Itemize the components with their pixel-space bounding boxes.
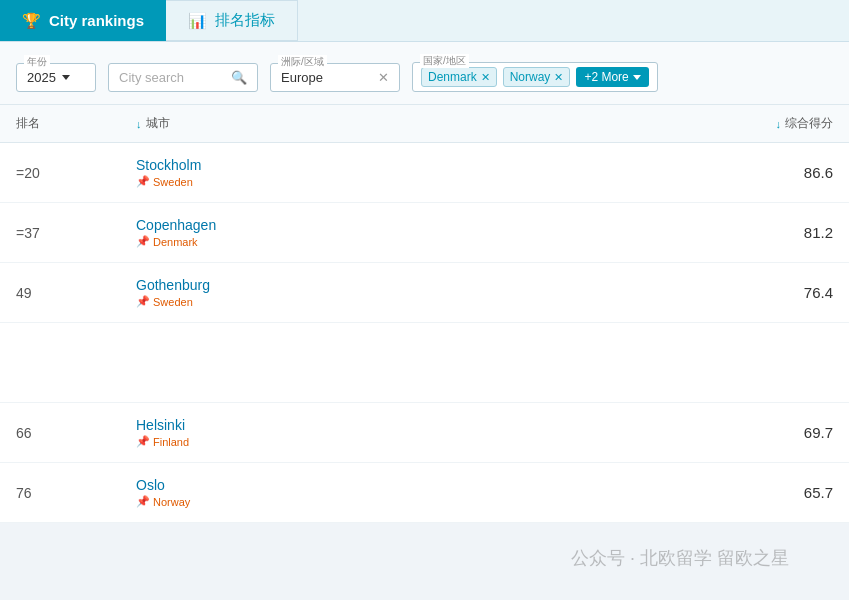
tab-ranking-metrics[interactable]: 📊 排名指标 (166, 0, 298, 41)
trophy-icon: 🏆 (22, 12, 41, 30)
table-row: 66 Helsinki 📌 Finland 69.7 (0, 403, 849, 463)
score-cell-copenhagen: 81.2 (713, 224, 833, 241)
rank-column-header: 排名 (16, 115, 136, 132)
city-country-stockholm: 📌 Sweden (136, 175, 713, 188)
watermark: 公众号 · 北欧留学 留欧之星 (571, 546, 789, 570)
region-label: 洲际/区域 (278, 55, 327, 69)
tag-denmark: Denmark ✕ (421, 67, 497, 87)
table-row: 76 Oslo 📌 Norway 65.7 (0, 463, 849, 523)
country-label: 国家/地区 (420, 54, 469, 68)
location-icon: 📌 (136, 235, 150, 248)
city-search-input[interactable]: City search 🔍 (108, 63, 258, 92)
filter-bar: 年份 2025 City search 🔍 洲际/区域 Europe ✕ 国家/… (0, 42, 849, 105)
year-filter-group: 年份 2025 (16, 63, 96, 92)
city-country-gothenburg: 📌 Sweden (136, 295, 713, 308)
clear-region-icon[interactable]: ✕ (378, 70, 389, 85)
tag-norway: Norway ✕ (503, 67, 571, 87)
country-filter-group: 国家/地区 Denmark ✕ Norway ✕ +2 More (412, 62, 658, 92)
rank-cell: 49 (16, 285, 136, 301)
rank-cell: =20 (16, 165, 136, 181)
city-cell: Helsinki 📌 Finland (136, 417, 713, 448)
chevron-down-icon (633, 75, 641, 80)
more-countries-tag[interactable]: +2 More (576, 67, 648, 87)
city-name-stockholm[interactable]: Stockholm (136, 157, 713, 173)
year-label: 年份 (24, 55, 50, 69)
table-row: =20 Stockholm 📌 Sweden 86.6 (0, 143, 849, 203)
remove-norway-tag[interactable]: ✕ (554, 71, 563, 84)
rank-cell: =37 (16, 225, 136, 241)
city-name-copenhagen[interactable]: Copenhagen (136, 217, 713, 233)
city-cell: Copenhagen 📌 Denmark (136, 217, 713, 248)
city-cell: Stockholm 📌 Sweden (136, 157, 713, 188)
sort-down-icon-2: ↓ (776, 118, 782, 130)
score-cell-stockholm: 86.6 (713, 164, 833, 181)
rank-cell: 76 (16, 485, 136, 501)
city-cell: Oslo 📌 Norway (136, 477, 713, 508)
sort-down-icon: ↓ (136, 118, 142, 130)
table-row-empty (0, 323, 849, 403)
score-cell-oslo: 65.7 (713, 484, 833, 501)
remove-denmark-tag[interactable]: ✕ (481, 71, 490, 84)
score-column-header[interactable]: ↓ 综合得分 (713, 115, 833, 132)
city-country-copenhagen: 📌 Denmark (136, 235, 713, 248)
city-country-helsinki: 📌 Finland (136, 435, 713, 448)
score-cell-gothenburg: 76.4 (713, 284, 833, 301)
region-filter-group: 洲际/区域 Europe ✕ (270, 63, 400, 92)
location-icon: 📌 (136, 495, 150, 508)
chevron-down-icon (62, 75, 70, 80)
location-icon: 📌 (136, 435, 150, 448)
chart-icon: 📊 (188, 12, 207, 30)
table-row: 49 Gothenburg 📌 Sweden 76.4 (0, 263, 849, 323)
city-cell: Gothenburg 📌 Sweden (136, 277, 713, 308)
city-column-header[interactable]: ↓ 城市 (136, 115, 713, 132)
table-row: =37 Copenhagen 📌 Denmark 81.2 (0, 203, 849, 263)
city-name-oslo[interactable]: Oslo (136, 477, 713, 493)
table-header: 排名 ↓ 城市 ↓ 综合得分 (0, 105, 849, 143)
location-icon: 📌 (136, 295, 150, 308)
location-icon: 📌 (136, 175, 150, 188)
tab-city-rankings[interactable]: 🏆 City rankings (0, 0, 166, 41)
score-cell-helsinki: 69.7 (713, 424, 833, 441)
header-tabs: 🏆 City rankings 📊 排名指标 (0, 0, 849, 42)
city-search-group: City search 🔍 (108, 63, 258, 92)
rankings-table: 排名 ↓ 城市 ↓ 综合得分 =20 Stockholm 📌 Sweden 86… (0, 105, 849, 523)
city-name-helsinki[interactable]: Helsinki (136, 417, 713, 433)
city-name-gothenburg[interactable]: Gothenburg (136, 277, 713, 293)
rank-cell: 66 (16, 425, 136, 441)
search-icon: 🔍 (231, 70, 247, 85)
city-country-oslo: 📌 Norway (136, 495, 713, 508)
